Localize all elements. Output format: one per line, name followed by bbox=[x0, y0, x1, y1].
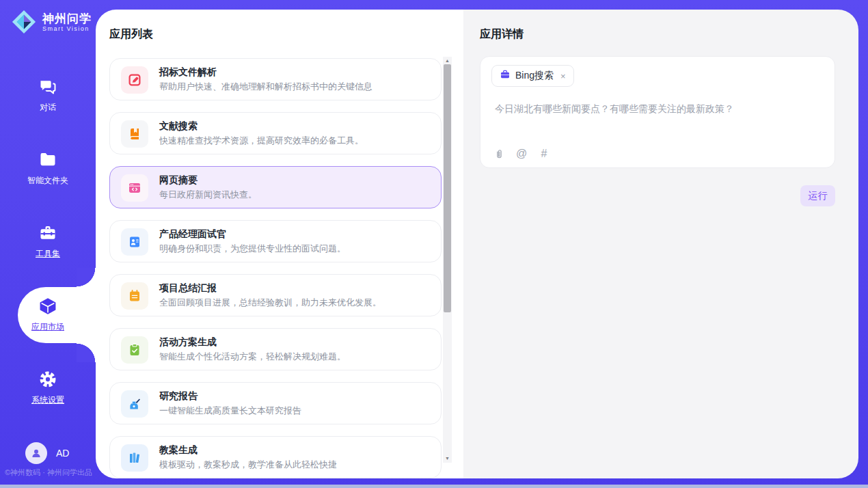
app-card-description: 模板驱动，教案秒成，教学准备从此轻松快捷 bbox=[159, 459, 337, 471]
app-card[interactable]: 网页摘要 每日政府新闻资讯快查。 bbox=[109, 166, 442, 208]
app-card-title: 项目总结汇报 bbox=[159, 282, 217, 295]
prompt-input[interactable]: 今日湖北有哪些新闻要点？有哪些需要关注的最新政策？ bbox=[495, 102, 821, 116]
main-container: 应用列表 招标文件解析 帮助用户快速、准确地理解和解析招标书中的关键信息 文献搜… bbox=[96, 10, 858, 478]
app-list-panel: 应用列表 招标文件解析 帮助用户快速、准确地理解和解析招标书中的关键信息 文献搜… bbox=[96, 10, 463, 478]
research-report-icon bbox=[121, 390, 148, 418]
app-detail-title: 应用详情 bbox=[480, 27, 524, 42]
app-card[interactable]: 文献搜索 快速精准查找学术资源，提高研究效率的必备工具。 bbox=[109, 112, 442, 154]
paperclip-icon[interactable] bbox=[493, 148, 505, 160]
app-card-description: 全面回顾项目进展，总结经验教训，助力未来优化发展。 bbox=[159, 297, 381, 309]
tool-tag-label: Bing搜索 bbox=[515, 70, 554, 82]
cube-icon bbox=[38, 296, 58, 316]
app-card[interactable]: 活动方案生成 智能生成个性化活动方案，轻松解决规划难题。 bbox=[109, 328, 442, 370]
bottom-strip bbox=[0, 485, 868, 488]
prompt-toolbar: @# bbox=[493, 148, 550, 160]
app-card-title: 招标文件解析 bbox=[159, 66, 217, 79]
app-card-list: 招标文件解析 帮助用户快速、准确地理解和解析招标书中的关键信息 文献搜索 快速精… bbox=[109, 58, 442, 478]
interview-doc-icon bbox=[121, 228, 148, 256]
sidebar-item-gear[interactable]: 系统设置 bbox=[0, 369, 96, 407]
app-card[interactable]: 项目总结汇报 全面回顾项目进展，总结经验教训，助力未来优化发展。 bbox=[109, 274, 442, 316]
webpage-code-icon bbox=[121, 174, 148, 202]
sidebar-item-label: 应用市场 bbox=[31, 321, 64, 333]
app-card-title: 产品经理面试官 bbox=[159, 228, 226, 241]
app-list-title: 应用列表 bbox=[109, 27, 153, 42]
sidebar-item-folder[interactable]: 智能文件夹 bbox=[0, 150, 96, 188]
app-card-description: 智能生成个性化活动方案，轻松解决规划难题。 bbox=[159, 351, 346, 363]
gear-icon bbox=[38, 369, 58, 390]
app-card-description: 一键智能生成高质量长文本研究报告 bbox=[159, 405, 301, 417]
app-card[interactable]: 招标文件解析 帮助用户快速、准确地理解和解析招标书中的关键信息 bbox=[109, 58, 442, 100]
sidebar-item-label: 工具集 bbox=[36, 248, 60, 260]
at-icon[interactable]: @ bbox=[515, 148, 528, 160]
run-button[interactable]: 运行 bbox=[800, 185, 835, 206]
app-card-title: 研究报告 bbox=[159, 390, 198, 403]
book-icon bbox=[121, 120, 148, 148]
app-card[interactable]: 产品经理面试官 明确身份和职责，为您提供专业性的面试问题。 bbox=[109, 220, 442, 262]
app-card-title: 文献搜索 bbox=[159, 120, 198, 133]
tag-close-icon[interactable]: × bbox=[560, 71, 566, 81]
sidebar: 神州问学 Smart Vision 对话 智能文件夹 工具集 应用市场 bbox=[0, 0, 96, 488]
summary-note-icon bbox=[121, 282, 148, 310]
scrollbar-down-arrow-icon[interactable]: ▼ bbox=[443, 455, 452, 463]
app-card[interactable]: 教案生成 模板驱动，教案秒成，教学准备从此轻松快捷 bbox=[109, 436, 442, 478]
chat-icon bbox=[38, 77, 58, 97]
hash-icon[interactable]: # bbox=[538, 148, 550, 160]
app-detail-panel: 应用详情 Bing搜索 × 今日湖北有哪些新闻要点？有哪些需要关注的最新政策？ … bbox=[463, 10, 858, 478]
folder-icon bbox=[38, 150, 58, 170]
briefcase-icon bbox=[500, 69, 511, 83]
brand-logo: 神州问学 Smart Vision bbox=[11, 9, 92, 35]
sidebar-item-label: 智能文件夹 bbox=[27, 175, 68, 187]
sidebar-item-label: 对话 bbox=[40, 102, 56, 113]
app-card-description: 每日政府新闻资讯快查。 bbox=[159, 189, 257, 201]
copyright-footer: ©神州数码 · 神州问学出品 bbox=[5, 467, 100, 478]
user-account[interactable]: AD bbox=[25, 442, 69, 464]
user-name: AD bbox=[56, 448, 69, 459]
sidebar-item-cube[interactable]: 应用市场 bbox=[0, 296, 96, 334]
app-card-description: 快速精准查找学术资源，提高研究效率的必备工具。 bbox=[159, 135, 364, 147]
toolbox-icon bbox=[38, 223, 58, 243]
brand-subtitle: Smart Vision bbox=[42, 25, 92, 32]
diamond-logo-icon bbox=[11, 9, 37, 35]
books-icon bbox=[121, 444, 148, 472]
app-card-description: 明确身份和职责，为您提供专业性的面试问题。 bbox=[159, 243, 346, 255]
bubble-fillet-bottom bbox=[77, 343, 96, 362]
app-card-description: 帮助用户快速、准确地理解和解析招标书中的关键信息 bbox=[159, 81, 372, 93]
clipboard-check-icon bbox=[121, 336, 148, 364]
tool-tag-bing-search[interactable]: Bing搜索 × bbox=[491, 65, 574, 87]
sidebar-item-chat[interactable]: 对话 bbox=[0, 77, 96, 115]
scrollbar[interactable]: ▲ ▼ bbox=[443, 57, 452, 463]
sidebar-item-toolbox[interactable]: 工具集 bbox=[0, 223, 96, 261]
avatar[interactable] bbox=[25, 442, 47, 464]
app-card-title: 活动方案生成 bbox=[159, 336, 217, 349]
app-card-title: 教案生成 bbox=[159, 444, 198, 457]
bubble-fillet-top bbox=[77, 268, 96, 287]
sidebar-nav: 对话 智能文件夹 工具集 应用市场 系统设置 bbox=[0, 77, 96, 442]
app-card-title: 网页摘要 bbox=[159, 174, 198, 187]
app-card[interactable]: 研究报告 一键智能生成高质量长文本研究报告 bbox=[109, 382, 442, 424]
sidebar-item-label: 系统设置 bbox=[31, 394, 64, 406]
brand-name: 神州问学 bbox=[42, 12, 92, 25]
prompt-card: Bing搜索 × 今日湖北有哪些新闻要点？有哪些需要关注的最新政策？ @# bbox=[480, 56, 835, 168]
scrollbar-thumb[interactable] bbox=[444, 64, 451, 312]
edit-doc-icon bbox=[121, 66, 148, 94]
